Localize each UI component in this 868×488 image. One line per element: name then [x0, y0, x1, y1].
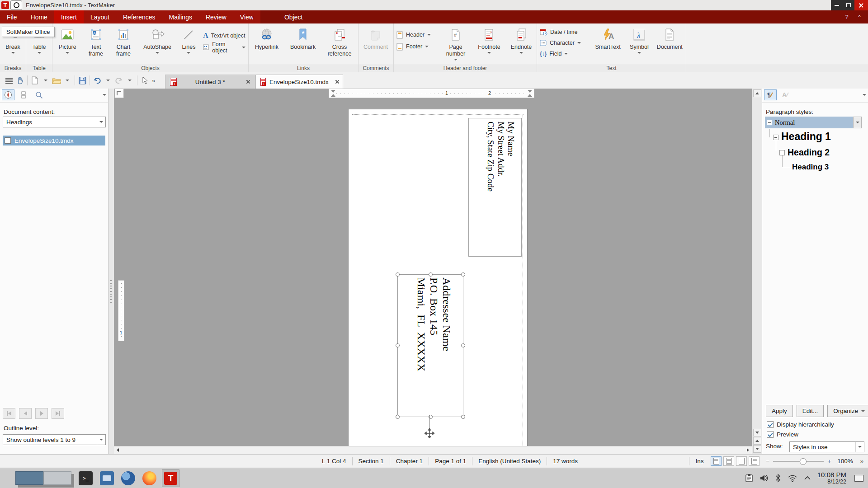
hyperlink-button[interactable]: Hyperlink: [249, 26, 285, 51]
page-number-button[interactable]: # Page number: [439, 26, 472, 61]
sidebar-toggle-icon[interactable]: [4, 75, 14, 86]
file-manager-app-icon[interactable]: [100, 471, 114, 485]
addressee-frame-selected[interactable]: Addressee NameP.O. Box 145Miami, FL XXXX…: [397, 274, 463, 417]
selection-handle[interactable]: [461, 415, 465, 419]
left-panel-splitter[interactable]: [108, 89, 114, 454]
ruler-corner-box[interactable]: [114, 89, 124, 98]
style-heading3[interactable]: Heading 3: [792, 163, 829, 172]
tab-envelopesize10[interactable]: EnvelopeSize10.tmdx: [255, 75, 343, 89]
document-menu-icon[interactable]: [10, 0, 22, 10]
previous-object-icon[interactable]: [753, 437, 761, 445]
menu-insert[interactable]: Insert: [54, 10, 84, 23]
volume-tray-icon[interactable]: [760, 474, 769, 482]
horizontal-ruler[interactable]: 1 2: [329, 89, 534, 98]
menu-mailings[interactable]: Mailings: [162, 10, 199, 23]
addressee-text[interactable]: Addressee NameP.O. Box 145Miami, FL XXXX…: [415, 277, 453, 413]
scroll-left-icon[interactable]: [114, 446, 122, 454]
style-heading1[interactable]: Heading 1: [781, 131, 831, 143]
terminal-app-icon[interactable]: >_: [79, 471, 93, 485]
open-file-caret[interactable]: [62, 75, 73, 86]
browser-app-icon[interactable]: [121, 471, 135, 485]
close-button[interactable]: [854, 0, 868, 10]
scroll-right-icon[interactable]: [744, 446, 752, 454]
textart-object-button[interactable]: A TextArt object: [200, 31, 248, 41]
footer-button[interactable]: Footer: [394, 42, 439, 52]
item-checkbox[interactable]: [5, 137, 11, 144]
bluetooth-tray-icon[interactable]: [775, 474, 781, 483]
zoom-level[interactable]: 100%: [837, 458, 853, 465]
view-outline-icon[interactable]: [749, 456, 760, 466]
zoom-slider-knob[interactable]: [800, 458, 807, 465]
close-tab-icon[interactable]: [335, 80, 339, 84]
textmaker-taskbar-active[interactable]: T: [162, 469, 179, 487]
indent-marker-icon[interactable]: [528, 90, 532, 93]
show-desktop-button[interactable]: [854, 475, 863, 482]
wifi-tray-icon[interactable]: [788, 474, 797, 482]
checkbox-checked-icon[interactable]: [767, 421, 774, 428]
picture-button[interactable]: Picture: [52, 26, 83, 54]
tree-collapse-icon[interactable]: [773, 135, 778, 140]
menu-layout[interactable]: Layout: [84, 10, 116, 23]
display-hierarchically-checkbox[interactable]: Display hierarchically: [767, 421, 834, 428]
organize-button[interactable]: Organize: [827, 405, 868, 417]
undo-icon[interactable]: [92, 75, 103, 86]
tab-untitled-3[interactable]: Untitled 3 *: [165, 75, 255, 89]
new-document-icon[interactable]: [29, 75, 40, 86]
workspace-1-active[interactable]: [15, 471, 43, 485]
outline-level-select[interactable]: Show outline levels 1 to 9: [3, 434, 106, 445]
indent-marker-icon[interactable]: [331, 90, 335, 93]
document-button[interactable]: Document: [654, 26, 686, 51]
redo-caret[interactable]: [124, 75, 135, 86]
status-cursor-position[interactable]: L 1 Col 4: [322, 458, 346, 465]
scroll-down-icon[interactable]: [753, 429, 761, 436]
date-time-button[interactable]: Date / time: [537, 27, 591, 37]
autoshape-button[interactable]: AutoShape: [137, 26, 177, 54]
endnote-button[interactable]: 1 Endnote: [506, 26, 537, 54]
horizontal-scrollbar[interactable]: [114, 446, 752, 454]
form-object-button[interactable]: Form object: [200, 42, 248, 52]
menu-object[interactable]: Object: [278, 10, 309, 23]
symbol-button[interactable]: λ Symbol: [625, 26, 654, 54]
smarttext-button[interactable]: A SmartText: [591, 26, 625, 51]
menu-home[interactable]: Home: [24, 10, 54, 23]
panel-options-caret[interactable]: [103, 94, 106, 96]
open-file-icon[interactable]: [51, 75, 62, 86]
checkbox-checked-icon[interactable]: [767, 431, 774, 438]
status-chapter[interactable]: Chapter 1: [396, 458, 423, 465]
menu-file[interactable]: File: [0, 10, 24, 23]
chevron-up-tray-icon[interactable]: [804, 476, 811, 480]
firefox-app-icon[interactable]: [142, 471, 156, 485]
style-normal-selected[interactable]: Normal: [765, 117, 862, 128]
workspace-2[interactable]: [43, 471, 71, 485]
selection-handle[interactable]: [396, 415, 400, 419]
selection-handle[interactable]: [396, 343, 400, 347]
undo-caret[interactable]: [103, 75, 113, 86]
help-icon[interactable]: ?: [842, 14, 852, 20]
cross-reference-button[interactable]: * Cross reference: [321, 26, 358, 57]
status-section[interactable]: Section 1: [359, 458, 384, 465]
collapse-ribbon-icon[interactable]: ^: [854, 14, 864, 20]
zoom-out-icon[interactable]: −: [766, 458, 769, 465]
menu-review[interactable]: Review: [199, 10, 233, 23]
character-styles-icon[interactable]: A: [779, 89, 792, 100]
styles-dropdown-icon[interactable]: [853, 117, 862, 128]
clipboard-tray-icon[interactable]: [745, 474, 753, 483]
next-object-icon[interactable]: [753, 445, 761, 453]
tree-collapse-icon[interactable]: [779, 150, 785, 155]
selection-handle[interactable]: [461, 343, 465, 347]
next-heading-button[interactable]: [35, 408, 48, 419]
return-address-text[interactable]: My NameMy Street Addr.City, State Zip Co…: [486, 122, 516, 253]
tree-collapse-icon[interactable]: [767, 120, 772, 125]
outline-blocks-icon[interactable]: [17, 89, 30, 100]
first-heading-button[interactable]: [3, 408, 15, 419]
content-type-select[interactable]: Headings: [3, 117, 106, 127]
style-heading2[interactable]: Heading 2: [788, 147, 830, 158]
selection-handle[interactable]: [396, 272, 400, 277]
menu-references[interactable]: References: [116, 10, 162, 23]
right-panel-scroll-strip[interactable]: [752, 89, 762, 454]
toolbar-more-icon[interactable]: »: [150, 77, 157, 84]
scroll-up-icon[interactable]: [753, 89, 761, 97]
content-list-item-envelope[interactable]: EnvelopeSize10.tmdx: [3, 136, 105, 145]
status-insert-mode[interactable]: Ins: [695, 458, 703, 465]
close-tab-icon[interactable]: [246, 80, 250, 84]
